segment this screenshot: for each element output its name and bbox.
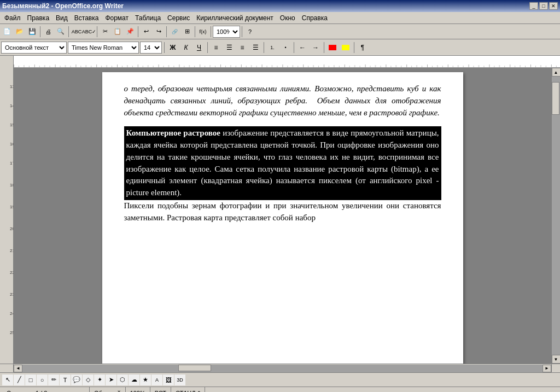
svg-rect-5	[14, 56, 560, 67]
horizontal-scrollbar[interactable]: ◄ ►	[14, 364, 551, 372]
select-tool-button[interactable]: ↖	[2, 375, 13, 385]
style-status: Обычный	[90, 387, 126, 392]
menu-cyrillic[interactable]: Кириллический документ	[193, 13, 277, 23]
italic-button[interactable]: К	[180, 42, 192, 54]
window-controls: _ □ ✕	[529, 2, 558, 10]
menu-format[interactable]: Формат	[102, 13, 132, 23]
zoom-select[interactable]: 100%	[213, 26, 240, 38]
minimize-button[interactable]: _	[529, 2, 538, 10]
scroll-left-button[interactable]: ◄	[14, 365, 22, 372]
open-button[interactable]: 📂	[14, 26, 26, 38]
decrease-indent-button[interactable]: ←	[296, 42, 308, 54]
stars-button[interactable]: ★	[140, 375, 151, 385]
menu-insert[interactable]: Вставка	[71, 13, 102, 23]
zoom-status: 100%	[126, 387, 150, 392]
undo-button[interactable]: ↩	[140, 26, 152, 38]
h-scroll-thumb[interactable]	[178, 365, 211, 371]
align-right-button[interactable]: ≡	[236, 42, 248, 54]
numbering-button[interactable]: 1.	[266, 42, 278, 54]
menu-window[interactable]: Окно	[277, 13, 299, 23]
scroll-right-button[interactable]: ►	[542, 365, 551, 372]
fontwork-button[interactable]: A	[151, 375, 162, 385]
page-number: Страница 1 / 2	[7, 390, 47, 393]
fmt-separator-5	[324, 42, 324, 53]
scroll-down-button[interactable]: ▼	[552, 355, 561, 364]
main-area: 13 14 15 16 17 18 19 20 21 22 23 24 25 о…	[0, 68, 560, 364]
save-button[interactable]: 💾	[26, 26, 38, 38]
line-tool-button[interactable]: ╱	[14, 375, 25, 385]
rectangle-tool-button[interactable]: □	[25, 375, 36, 385]
increase-indent-button[interactable]: →	[310, 42, 322, 54]
cut-button[interactable]: ✂	[99, 26, 111, 38]
page-content[interactable]: о теред, образован четырьмя связанными л…	[124, 83, 441, 224]
window-title: Безымянный2 - OpenOffice.org Writer	[2, 2, 124, 10]
extrude-button[interactable]: 3D	[174, 375, 185, 385]
scroll-up-button[interactable]: ▲	[552, 68, 561, 77]
print-button[interactable]: 🖨	[42, 26, 54, 38]
bullets-button[interactable]: •	[279, 42, 291, 54]
align-justify-button[interactable]: ☰	[249, 42, 261, 54]
from-file-button[interactable]: 🖼	[163, 375, 174, 385]
font-color-button[interactable]	[326, 42, 339, 54]
menu-view[interactable]: Вид	[52, 13, 71, 23]
menu-file[interactable]: Файл	[1, 13, 24, 23]
separator-5	[166, 26, 167, 37]
font-size-select[interactable]: 14	[140, 42, 162, 54]
ruler-mark-13: 13	[10, 84, 14, 89]
menu-table[interactable]: Таблица	[132, 13, 164, 23]
font-name-select[interactable]: Times New Roman	[68, 42, 139, 54]
ruler-mark-16: 16	[10, 142, 14, 147]
ellipse-tool-button[interactable]: ○	[37, 375, 48, 385]
ruler-mark-14: 14	[10, 103, 14, 108]
vertical-scrollbar[interactable]: ▲ ▼	[551, 68, 560, 364]
bold-button[interactable]: Ж	[167, 42, 179, 54]
text-tool-button[interactable]: T	[60, 375, 71, 385]
fmt-separator-4	[294, 42, 294, 53]
basic-shapes-button[interactable]: ◇	[83, 375, 94, 385]
paragraph-style-select[interactable]: Основной текст	[1, 42, 67, 54]
show-functions-button[interactable]: f(x)	[197, 26, 209, 38]
standard-toolbar: 📄 📂 💾 🖨 🔍 ABC ABC✓ ✂ 📋 📌 ↩ ↪ 🔗 ⊞ f(x) 10…	[0, 24, 560, 39]
callouts-button[interactable]: ☁	[129, 375, 139, 385]
preview-button[interactable]: 🔍	[55, 26, 67, 38]
hyperlink-button[interactable]: 🔗	[168, 26, 180, 38]
ruler-mark-17: 17	[10, 161, 14, 166]
redo-button[interactable]: ↪	[153, 26, 165, 38]
flowchart-button[interactable]: ⬡	[117, 375, 128, 385]
help-button[interactable]: ?	[244, 26, 256, 38]
menu-edit[interactable]: Правка	[24, 13, 53, 23]
align-center-button[interactable]: ☰	[223, 42, 235, 54]
copy-button[interactable]: 📋	[112, 26, 124, 38]
bold-text: Компьютерное растровое	[126, 128, 220, 137]
align-left-button[interactable]: ≡	[210, 42, 222, 54]
maximize-button[interactable]: □	[539, 2, 548, 10]
paste-button[interactable]: 📌	[124, 26, 136, 38]
table-button[interactable]: ⊞	[181, 26, 193, 38]
separator-2	[68, 26, 69, 37]
symbol-shapes-button[interactable]: ✦	[94, 375, 105, 385]
underline-button[interactable]: Ч	[193, 42, 205, 54]
scroll-thumb[interactable]	[552, 82, 559, 115]
new-button[interactable]: 📄	[1, 26, 13, 38]
scroll-track[interactable]	[552, 77, 561, 355]
freeform-tool-button[interactable]: ✏	[48, 375, 59, 385]
paragraph-marks-button[interactable]: ¶	[357, 42, 369, 54]
ruler-corner	[0, 56, 14, 68]
fmt-separator-6	[354, 42, 354, 53]
block-arrows-button[interactable]: ➤	[106, 375, 116, 385]
h-scroll-track[interactable]	[22, 365, 542, 372]
callout-tool-button[interactable]: 💬	[71, 375, 82, 385]
drawing-toolbar: ↖ ╱ □ ○ ✏ T 💬 ◇ ✦ ➤ ⬡ ☁ ★ A 🖼 3D	[0, 372, 560, 387]
ruler-mark-20: 20	[10, 226, 14, 231]
menu-tools[interactable]: Сервис	[164, 13, 193, 23]
ruler-mark-21: 21	[10, 248, 14, 253]
standard-mode-label: СТАНД	[176, 390, 196, 393]
separator-6	[195, 26, 195, 37]
highlight-color-button[interactable]	[340, 42, 352, 54]
close-button[interactable]: ✕	[549, 2, 558, 10]
autocorrect-button[interactable]: ABC✓	[83, 26, 95, 38]
spellcheck-button[interactable]: ABC	[71, 26, 83, 38]
highlighted-text-block[interactable]: Компьютерное растровое изображение предс…	[124, 126, 441, 200]
menu-help[interactable]: Справка	[299, 13, 331, 23]
insert-mode-label: ВСТ	[155, 390, 166, 393]
